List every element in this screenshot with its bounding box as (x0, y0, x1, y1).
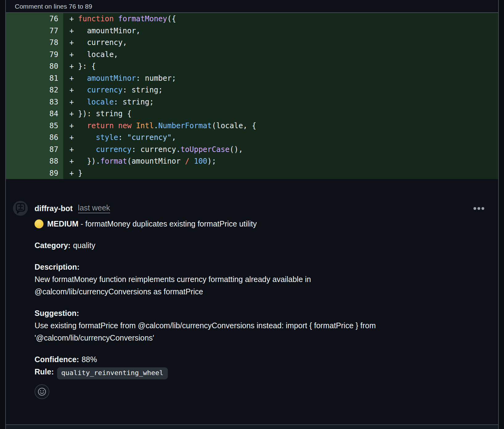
addition-sign: + (69, 60, 78, 72)
line-number[interactable]: 82 (6, 84, 63, 96)
code-line-content: + amountMinor: number; (63, 72, 498, 84)
diff-code-block: 76+function formatMoney({77+ amountMinor… (6, 13, 498, 179)
code-line-content: +} (63, 167, 498, 179)
suggestion-block: Suggestion: Use existing formatPrice fro… (35, 307, 498, 344)
addition-sign: + (69, 49, 78, 61)
addition-sign: + (69, 120, 78, 132)
code-line-content: + currency, (63, 37, 498, 49)
diff-line-86: 86+ style: "currency", (6, 132, 498, 144)
rule-row: Rule:quality_reinventing_wheel (35, 366, 498, 379)
confidence-row: Confidence:88% (35, 353, 498, 366)
line-number[interactable]: 89 (6, 167, 63, 179)
line-number[interactable]: 83 (6, 96, 63, 108)
smiley-icon (37, 387, 47, 396)
code-line-content: +function formatMoney({ (63, 13, 498, 25)
diff-line-78: 78+ currency, (6, 37, 498, 49)
confidence-label: Confidence: (35, 355, 79, 364)
line-number[interactable]: 80 (6, 60, 63, 72)
addition-sign: + (69, 167, 78, 179)
code-line-content: +}: { (63, 60, 498, 72)
addition-sign: + (69, 132, 78, 144)
diff-line-80: 80+}: { (6, 60, 498, 72)
code-line-content: + }).format(amountMinor / 100); (63, 155, 498, 167)
diff-line-83: 83+ locale: string; (6, 96, 498, 108)
next-section-divider (6, 424, 498, 429)
severity-label: MEDIUM (47, 219, 78, 228)
bot-avatar[interactable] (13, 201, 28, 216)
addition-sign: + (69, 144, 78, 156)
suggestion-text-line1: Use existing formatPrice from @calcom/li… (35, 319, 498, 332)
comment-header: Comment on lines 76 to 89 (6, 0, 498, 13)
review-comment-card: Comment on lines 76 to 89 76+function fo… (0, 0, 504, 429)
severity-line: MEDIUM - formatMoney duplicates existing… (35, 218, 498, 230)
comment-head: diffray-bot last week (13, 201, 498, 216)
line-number[interactable]: 81 (6, 72, 63, 84)
rule-label: Rule: (35, 367, 54, 376)
code-line-content: + style: "currency", (63, 132, 498, 144)
diff-line-89: 89+} (6, 167, 498, 179)
comment-options-button[interactable] (473, 205, 485, 212)
suggestion-text-line2: '@calcom/lib/currencyConversions' (35, 332, 498, 344)
code-line-content: + currency: currency.toUpperCase(), (63, 144, 498, 156)
line-number[interactable]: 85 (6, 120, 63, 132)
comment-section: diffray-bot last week MEDIUM - formatMon… (6, 179, 498, 399)
addition-sign: + (69, 108, 78, 120)
code-line-content: + amountMinor, (63, 25, 498, 37)
code-line-content: + currency: string; (63, 84, 498, 96)
line-number[interactable]: 76 (6, 13, 63, 25)
comment-author-link[interactable]: diffray-bot (35, 204, 73, 213)
description-text-line2: @calcom/lib/currencyConversions as forma… (35, 285, 498, 298)
diff-line-79: 79+ locale, (6, 49, 498, 61)
description-label: Description: (35, 261, 498, 273)
category-value: quality (73, 241, 95, 250)
code-review-bot-icon (14, 202, 27, 215)
code-line-content: +}): string { (63, 108, 498, 120)
code-line-content: + locale: string; (63, 96, 498, 108)
diff-line-85: 85+ return new Intl.NumberFormat(locale,… (6, 120, 498, 132)
addition-sign: + (69, 13, 78, 25)
comment-range-label: Comment on lines 76 to 89 (15, 3, 92, 10)
line-number[interactable]: 88 (6, 155, 63, 167)
category-row: Category:quality (35, 239, 498, 251)
confidence-rule-block: Confidence:88% Rule:quality_reinventing_… (35, 353, 498, 379)
diff-line-81: 81+ amountMinor: number; (6, 72, 498, 84)
code-line-content: + locale, (63, 49, 498, 61)
kebab-menu-icon (473, 207, 484, 210)
addition-sign: + (69, 25, 78, 37)
code-line-content: + return new Intl.NumberFormat(locale, { (63, 120, 498, 132)
line-number[interactable]: 78 (6, 37, 63, 49)
comment-timestamp-link[interactable]: last week (78, 203, 110, 213)
severity-summary: - formatMoney duplicates existing format… (81, 219, 257, 228)
line-number[interactable]: 86 (6, 132, 63, 144)
diff-line-87: 87+ currency: currency.toUpperCase(), (6, 144, 498, 156)
add-reaction-button[interactable] (35, 384, 49, 399)
diff-line-82: 82+ currency: string; (6, 84, 498, 96)
category-label: Category: (35, 241, 71, 250)
suggestion-label: Suggestion: (35, 307, 498, 319)
thread-frame: Comment on lines 76 to 89 76+function fo… (5, 0, 499, 429)
addition-sign: + (69, 37, 78, 49)
yellow-circle-emoji (35, 219, 43, 228)
description-text-line1: New formatMoney function reimplements cu… (35, 273, 498, 285)
diff-line-84: 84+}): string { (6, 108, 498, 120)
addition-sign: + (69, 96, 78, 108)
description-block: Description: New formatMoney function re… (35, 261, 498, 298)
addition-sign: + (69, 84, 78, 96)
diff-line-77: 77+ amountMinor, (6, 25, 498, 37)
addition-sign: + (69, 72, 78, 84)
line-number[interactable]: 87 (6, 144, 63, 156)
line-number[interactable]: 79 (6, 49, 63, 61)
comment-body: MEDIUM - formatMoney duplicates existing… (35, 218, 498, 399)
line-number[interactable]: 84 (6, 108, 63, 120)
line-number[interactable]: 77 (6, 25, 63, 37)
rule-code-badge: quality_reinventing_wheel (57, 367, 168, 379)
addition-sign: + (69, 155, 78, 167)
diff-line-88: 88+ }).format(amountMinor / 100); (6, 155, 498, 167)
diff-line-76: 76+function formatMoney({ (6, 13, 498, 25)
confidence-value: 88% (81, 355, 97, 364)
